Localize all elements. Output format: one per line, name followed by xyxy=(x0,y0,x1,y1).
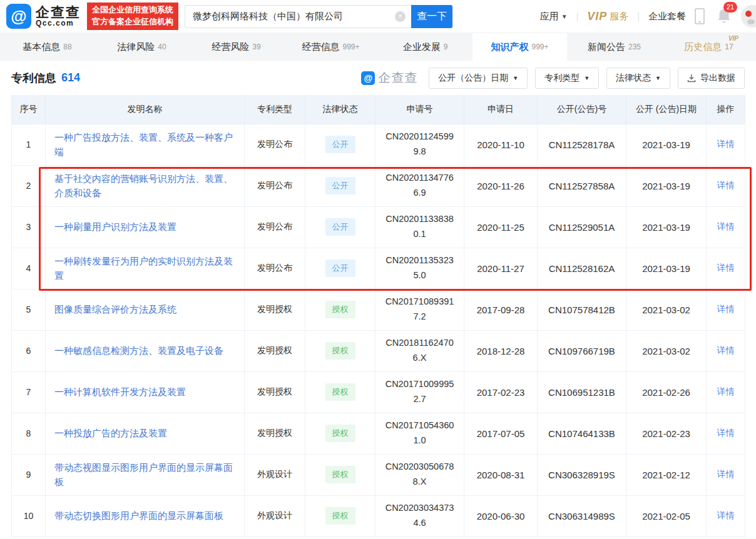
avatar[interactable] xyxy=(741,5,756,28)
application-date-cell: 2020-11-26 xyxy=(464,165,538,206)
detail-link[interactable]: 详情 xyxy=(717,221,735,231)
row-index: 9 xyxy=(12,454,46,495)
tab-basic-info[interactable]: 基本信息 88 xyxy=(0,33,94,61)
application-number-cell: CN20171054360 1.0 xyxy=(375,413,464,454)
detail-link[interactable]: 详情 xyxy=(717,428,735,438)
patent-name-link[interactable]: 一种计算机软件开发方法及装置 xyxy=(54,386,186,397)
qcc-watermark: @ 企查查 xyxy=(361,69,417,86)
legal-status-cell: 公开 xyxy=(305,165,375,206)
status-badge: 授权 xyxy=(325,425,355,442)
detail-link[interactable]: 详情 xyxy=(717,345,735,355)
application-date-cell: 2017-07-05 xyxy=(464,413,538,454)
detail-link[interactable]: 详情 xyxy=(717,386,735,396)
legal-status-cell: 公开 xyxy=(305,206,375,248)
tab-legal-risk[interactable]: 法律风险 40 xyxy=(94,33,189,61)
tab-company-development[interactable]: 企业发展 9 xyxy=(378,33,472,61)
qcc-watermark-icon: @ xyxy=(361,71,375,85)
detail-link[interactable]: 详情 xyxy=(717,510,735,520)
publication-date-cell: 2021-02-05 xyxy=(626,495,707,536)
col-application-no: 申请号 xyxy=(375,95,464,124)
patent-name-link[interactable]: 基于社交内容的营销账号识别方法、装置、介质和设备 xyxy=(54,173,233,198)
col-publication-no: 公开(公告)号 xyxy=(538,95,626,124)
patent-name-cell: 一种投放广告的方法及装置 xyxy=(46,413,245,454)
search-input[interactable] xyxy=(185,5,411,28)
filter-publication-date[interactable]: 公开（公告）日期 ▼ xyxy=(429,68,528,89)
row-index: 5 xyxy=(12,289,46,330)
table-row: 1一种广告投放方法、装置、系统及一种客户端发明公布公开CN20201124599… xyxy=(12,124,745,165)
filter-patent-type[interactable]: 专利类型 ▼ xyxy=(535,68,599,89)
legal-status-cell: 授权 xyxy=(305,413,375,454)
publication-number-cell: CN112527858A xyxy=(538,165,626,206)
patent-name-cell: 一种刷转发量行为用户的实时识别方法及装置 xyxy=(46,248,245,289)
nav-enterprise-package[interactable]: 企业套餐 xyxy=(648,11,686,23)
tab-operation-risk[interactable]: 经营风险 39 xyxy=(189,33,284,61)
page-root: @ 企查查 Qcc.com 全国企业信用查询系统 官方备案企业征信机构 × 查一… xyxy=(0,0,756,539)
nav-vip-service[interactable]: VIP 服务 xyxy=(587,10,628,23)
col-publication-date: 公开 (公告)日期 xyxy=(626,95,707,124)
detail-link[interactable]: 详情 xyxy=(717,304,735,314)
row-index: 3 xyxy=(12,206,46,248)
certification-line2: 官方备案企业征信机构 xyxy=(92,16,173,28)
detail-link[interactable]: 详情 xyxy=(717,263,735,273)
download-icon xyxy=(687,74,696,83)
header-right-nav: 应用 ▼ | VIP 服务 | 企业套餐 21 xyxy=(540,5,747,28)
patent-name-cell: 一种广告投放方法、装置、系统及一种客户端 xyxy=(46,124,245,165)
action-cell: 详情 xyxy=(707,330,745,371)
search-bar: × 查一下 xyxy=(185,5,452,28)
clear-search-icon[interactable]: × xyxy=(395,11,406,22)
application-number-cell: CN20201124599 9.8 xyxy=(375,124,464,165)
patent-type-cell: 发明公布 xyxy=(245,248,305,289)
tab-operation-info[interactable]: 经营信息 999+ xyxy=(284,33,378,61)
qcc-logo[interactable]: @ 企查查 Qcc.com xyxy=(6,4,81,29)
legal-status-cell: 授权 xyxy=(305,289,375,330)
publication-date-cell: 2021-03-19 xyxy=(626,248,707,289)
tab-history-info[interactable]: 历史信息 17 VIP xyxy=(662,33,756,61)
status-badge: 公开 xyxy=(325,177,355,194)
detail-link[interactable]: 详情 xyxy=(717,139,735,149)
patent-name-link[interactable]: 一种广告投放方法、装置、系统及一种客户端 xyxy=(54,132,233,157)
patent-name-link[interactable]: 带动态视图显示图形用户界面的显示屏幕面板 xyxy=(54,462,233,487)
chevron-down-icon: ▼ xyxy=(655,75,661,81)
patent-name-link[interactable]: 一种投放广告的方法及装置 xyxy=(54,428,167,438)
patent-type-cell: 外观设计 xyxy=(245,495,305,536)
tab-news-announcements[interactable]: 新闻公告 235 xyxy=(567,33,662,61)
tab-intellectual-property[interactable]: 知识产权 999+ xyxy=(472,33,567,61)
patent-name-link[interactable]: 图像质量综合评价方法及系统 xyxy=(54,304,176,315)
filter-legal-status[interactable]: 法律状态 ▼ xyxy=(606,68,670,89)
action-cell: 详情 xyxy=(707,124,745,165)
table-row: 4一种刷转发量行为用户的实时识别方法及装置发明公布公开CN20201135323… xyxy=(12,248,745,289)
detail-link[interactable]: 详情 xyxy=(717,469,735,479)
notification-count-badge: 21 xyxy=(723,2,737,13)
action-cell: 详情 xyxy=(707,165,745,206)
patent-name-link[interactable]: 一种刷转发量行为用户的实时识别方法及装置 xyxy=(54,256,233,281)
publication-number-cell: CN107578412B xyxy=(538,289,626,330)
patent-count: 614 xyxy=(61,71,80,84)
detail-link[interactable]: 详情 xyxy=(717,180,735,190)
chevron-down-icon: ▼ xyxy=(561,13,568,20)
publication-number-cell: CN109766719B xyxy=(538,330,626,371)
action-cell: 详情 xyxy=(707,495,745,536)
export-data-button[interactable]: 导出数据 xyxy=(678,68,745,89)
patent-name-cell: 一种计算机软件开发方法及装置 xyxy=(46,371,245,413)
table-row: 8一种投放广告的方法及装置发明授权授权CN20171054360 1.02017… xyxy=(12,413,745,454)
application-number-cell: CN20203034373 4.6 xyxy=(375,495,464,536)
company-tabs: 基本信息 88 法律风险 40 经营风险 39 经营信息 999+ 企业发展 9… xyxy=(0,33,756,61)
publication-number-cell: CN112528162A xyxy=(538,248,626,289)
mobile-app-icon[interactable] xyxy=(695,8,705,24)
patent-name-cell: 一种敏感信息检测方法、装置及电子设备 xyxy=(46,330,245,371)
notifications[interactable]: 21 xyxy=(716,8,732,25)
application-date-cell: 2020-11-27 xyxy=(464,248,538,289)
certification-line1: 全国企业信用查询系统 xyxy=(92,4,173,16)
publication-number-cell: CN306314989S xyxy=(538,495,626,536)
chevron-down-icon: ▼ xyxy=(584,75,590,81)
row-index: 10 xyxy=(12,495,46,536)
search-button[interactable]: 查一下 xyxy=(411,5,452,28)
patent-name-link[interactable]: 带动态切换图形用户界面的显示屏幕面板 xyxy=(54,510,223,521)
nav-apps-dropdown[interactable]: 应用 ▼ xyxy=(540,11,568,23)
legal-status-cell: 授权 xyxy=(305,495,375,536)
table-row: 7一种计算机软件开发方法及装置发明授权授权CN20171009995 2.720… xyxy=(12,371,745,413)
patent-name-link[interactable]: 一种敏感信息检测方法、装置及电子设备 xyxy=(54,345,223,356)
patent-name-link[interactable]: 一种刷量用户识别方法及装置 xyxy=(54,221,176,232)
row-index: 1 xyxy=(12,124,46,165)
publication-number-cell: CN112528178A xyxy=(538,124,626,165)
